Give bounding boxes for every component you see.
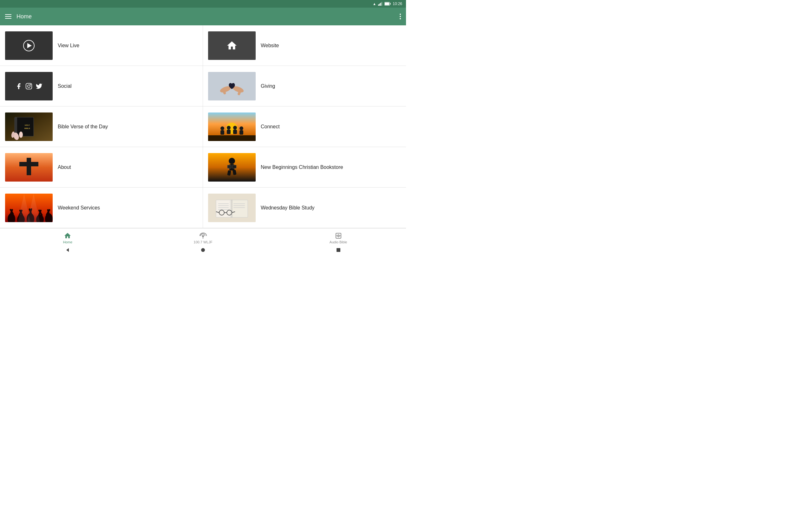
svg-rect-0 — [378, 4, 379, 6]
svg-point-87 — [201, 248, 205, 252]
menu-item-about[interactable]: About — [0, 147, 203, 187]
svg-rect-5 — [390, 3, 391, 5]
label-website: Website — [261, 43, 279, 49]
svg-rect-3 — [381, 2, 382, 6]
label-connect: Connect — [261, 124, 280, 130]
svg-rect-1 — [379, 4, 380, 6]
signal-icon — [378, 2, 383, 6]
thumb-view-live — [5, 32, 53, 60]
svg-point-25 — [220, 126, 224, 130]
play-circle-icon — [23, 40, 35, 51]
svg-rect-7 — [26, 83, 32, 89]
svg-rect-36 — [19, 162, 38, 166]
menu-item-giving[interactable]: Giving — [203, 66, 406, 107]
label-giving: Giving — [261, 83, 275, 89]
about-image — [5, 153, 53, 181]
instagram-icon — [26, 83, 32, 90]
svg-point-78 — [202, 235, 204, 237]
home-nav-icon — [64, 232, 71, 239]
label-bookstore: New Beginnings Christian Bookstore — [261, 164, 343, 170]
nav-label-home: Home — [63, 240, 72, 244]
svg-point-9 — [30, 84, 31, 85]
thumb-wednesday-bible — [208, 193, 256, 222]
thumb-weekend-services — [5, 193, 53, 222]
recents-button[interactable] — [336, 247, 341, 252]
house-icon — [226, 40, 238, 51]
play-triangle-icon — [27, 43, 32, 48]
svg-point-27 — [227, 126, 231, 130]
thumb-website — [208, 32, 256, 60]
battery-icon — [385, 2, 391, 6]
thumb-bookstore — [208, 153, 256, 181]
menu-item-bookstore[interactable]: New Beginnings Christian Bookstore — [203, 147, 406, 187]
label-view-live: View Live — [58, 43, 79, 49]
menu-item-social[interactable]: Social — [0, 66, 203, 107]
more-options-button[interactable] — [400, 14, 401, 19]
svg-rect-43 — [233, 165, 236, 168]
label-bible-verse: Bible Verse of the Day — [58, 124, 108, 130]
menu-item-wednesday-bible[interactable]: Wednesday Bible Study — [203, 187, 406, 228]
bookstore-image — [208, 153, 256, 181]
svg-text:BIBLE: BIBLE — [24, 127, 30, 129]
svg-rect-32 — [240, 130, 243, 135]
svg-rect-26 — [220, 130, 224, 135]
svg-rect-88 — [337, 248, 340, 252]
system-navigation — [0, 246, 406, 253]
nav-item-radio[interactable]: 100.7 WLJF — [190, 232, 216, 244]
facebook-icon — [15, 83, 22, 90]
menu-item-website[interactable]: Website — [203, 25, 406, 66]
svg-rect-42 — [227, 165, 231, 168]
menu-item-view-live[interactable]: View Live — [0, 25, 203, 66]
bottom-navigation: Home 100.7 WLJF Audio Bible — [0, 228, 406, 253]
label-wednesday-bible: Wednesday Bible Study — [261, 205, 315, 211]
menu-grid: View Live Website — [0, 25, 406, 228]
svg-rect-35 — [27, 158, 31, 175]
label-weekend-services: Weekend Services — [58, 205, 100, 211]
svg-marker-86 — [66, 248, 69, 252]
thumb-about — [5, 153, 53, 181]
app-bar: Home — [0, 8, 406, 25]
page-title: Home — [16, 13, 32, 20]
status-bar: ▲ 10:26 — [0, 0, 406, 8]
giving-image — [208, 72, 256, 101]
nav-label-radio: 100.7 WLJF — [194, 240, 212, 244]
svg-point-21 — [19, 131, 23, 138]
svg-rect-30 — [233, 130, 237, 134]
nav-item-audio-bible[interactable]: Audio Bible — [326, 232, 351, 244]
weekend-services-image — [5, 193, 53, 222]
svg-rect-2 — [380, 3, 381, 6]
svg-text:HOLY: HOLY — [25, 124, 30, 126]
svg-rect-16 — [14, 117, 34, 136]
home-system-button[interactable] — [200, 247, 206, 252]
thumb-social — [5, 72, 53, 101]
wifi-icon: ▲ — [373, 2, 376, 6]
connect-image — [208, 112, 256, 141]
thumb-connect — [208, 112, 256, 141]
svg-rect-33 — [208, 135, 256, 141]
twitter-icon — [36, 83, 43, 90]
nav-item-home[interactable]: Home — [55, 232, 80, 244]
svg-rect-28 — [227, 130, 231, 134]
menu-item-connect[interactable]: Connect — [203, 107, 406, 147]
svg-point-31 — [240, 126, 243, 130]
menu-item-bible-verse[interactable]: HOLY BIBLE Bible Verse of the Day — [0, 107, 203, 147]
label-about: About — [58, 164, 71, 170]
wednesday-bible-image — [208, 193, 256, 222]
label-social: Social — [58, 83, 72, 89]
status-time: 10:26 — [393, 2, 402, 6]
svg-rect-64 — [230, 200, 248, 217]
svg-point-29 — [233, 126, 237, 130]
menu-item-weekend-services[interactable]: Weekend Services — [0, 187, 203, 228]
svg-point-38 — [229, 158, 235, 164]
menu-button[interactable] — [5, 14, 11, 19]
svg-rect-6 — [385, 3, 389, 5]
bible-image: HOLY BIBLE — [5, 112, 53, 141]
nav-label-audio-bible: Audio Bible — [329, 240, 347, 244]
back-button[interactable] — [65, 247, 70, 252]
thumb-bible-verse: HOLY BIBLE — [5, 112, 53, 141]
svg-point-8 — [28, 84, 30, 87]
thumb-giving — [208, 72, 256, 101]
radio-nav-icon — [199, 232, 207, 239]
audio-bible-nav-icon — [335, 232, 342, 239]
